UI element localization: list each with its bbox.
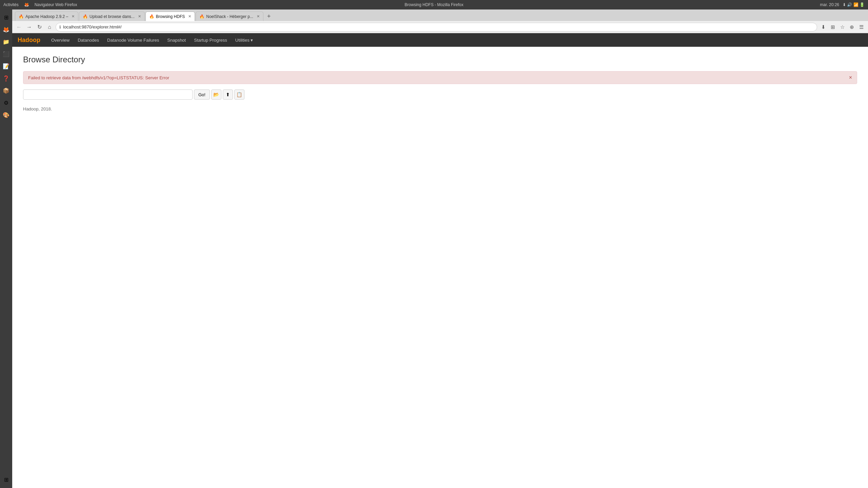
tab-close-2[interactable]: ✕: [138, 14, 141, 19]
hadoop-brand: Hadoop: [18, 37, 40, 44]
nav-datanode-volume-failures[interactable]: Datanode Volume Failures: [103, 33, 163, 47]
hadoop-navbar: Hadoop Overview Datanodes Datanode Volum…: [12, 33, 868, 47]
tabbar: 🔥 Apache Hadoop 2.9.2 – ✕ 🔥 Upload et br…: [12, 9, 868, 21]
firefox-icon: 🦊: [24, 2, 29, 7]
os-topbar-right: mar. 20:26 ⬇ 🔊 📶 🔋: [820, 2, 865, 7]
sidebar-text-editor-icon[interactable]: 📝: [1, 61, 11, 71]
download-button[interactable]: ⬇: [819, 23, 827, 31]
tab-favicon-1: 🔥: [19, 14, 23, 19]
nav-snapshot[interactable]: Snapshot: [163, 33, 190, 47]
tab-apache-hadoop[interactable]: 🔥 Apache Hadoop 2.9.2 – ✕: [15, 12, 78, 21]
sidebar-activities-icon[interactable]: ⊞: [1, 12, 11, 22]
page-content: Browse Directory Failed to retrieve data…: [12, 47, 868, 488]
sidebar-settings-icon[interactable]: ⚙: [1, 98, 11, 108]
sidebar-grid-icon[interactable]: ⊞: [1, 474, 11, 485]
tab-close-1[interactable]: ✕: [72, 14, 75, 19]
tab-favicon-2: 🔥: [83, 14, 87, 19]
nav-startup-progress[interactable]: Startup Progress: [190, 33, 231, 47]
error-alert: Failed to retrieve data from /webhdfs/v1…: [23, 71, 857, 84]
navbar: ← → ↻ ⌂ ℹ localhost:9870/explorer.html#/…: [12, 21, 868, 33]
os-topbar-left: Activités 🦊 Navigateur Web Firefox: [3, 2, 77, 7]
tab-close-4[interactable]: ✕: [257, 14, 260, 19]
menu-button[interactable]: ☰: [857, 23, 865, 31]
activities-label[interactable]: Activités: [3, 2, 19, 7]
reload-button[interactable]: ↻: [35, 23, 43, 31]
directory-input[interactable]: [23, 89, 193, 100]
tab-label-4: NoelShack - Héberger p...: [206, 14, 253, 19]
tab-close-3[interactable]: ✕: [188, 14, 191, 19]
tab-browsing-hdfs[interactable]: 🔥 Browsing HDFS ✕: [145, 12, 195, 21]
browser-window: 🔥 Apache Hadoop 2.9.2 – ✕ 🔥 Upload et br…: [12, 9, 868, 488]
alert-message: Failed to retrieve data from /webhdfs/v1…: [28, 75, 169, 80]
tab-noelshack[interactable]: 🔥 NoelShack - Héberger p... ✕: [196, 12, 263, 21]
up-directory-button[interactable]: ⬆: [223, 89, 233, 100]
address-bar[interactable]: ℹ localhost:9870/explorer.html#/: [56, 23, 817, 32]
nav-datanodes[interactable]: Datanodes: [74, 33, 103, 47]
nav-overview[interactable]: Overview: [47, 33, 74, 47]
forward-button[interactable]: →: [25, 23, 33, 31]
navbar-right: ⬇ ⊞ ☆ ⊕ ☰: [819, 23, 865, 31]
tab-favicon-4: 🔥: [199, 14, 204, 19]
sidebar-firefox-icon[interactable]: 🦊: [1, 24, 11, 35]
sidebar-files-icon[interactable]: 📁: [1, 37, 11, 47]
create-directory-button[interactable]: 📋: [234, 89, 244, 100]
zoom-button[interactable]: ⊕: [848, 23, 856, 31]
tab-label-1: Apache Hadoop 2.9.2 –: [25, 14, 68, 19]
bookmark-button[interactable]: ☆: [838, 23, 846, 31]
sidebar-toggle-button[interactable]: ⊞: [829, 23, 837, 31]
alert-close-button[interactable]: ×: [849, 75, 852, 80]
lock-icon: ℹ: [59, 25, 61, 29]
directory-input-row: Go! 📂 ⬆ 📋: [23, 89, 857, 100]
os-topbar: Activités 🦊 Navigateur Web Firefox Brows…: [0, 0, 868, 9]
page-title: Browse Directory: [23, 55, 857, 64]
nav-utilities[interactable]: Utilities ▾: [231, 33, 257, 47]
tab-upload[interactable]: 🔥 Upload et browse dans... ✕: [79, 12, 145, 21]
back-button[interactable]: ←: [15, 23, 23, 31]
sidebar-paint-icon[interactable]: 🎨: [1, 110, 11, 120]
go-button[interactable]: Go!: [194, 89, 210, 100]
sidebar-terminal-icon[interactable]: ⬛: [1, 49, 11, 59]
sidebar-amazon-icon[interactable]: 📦: [1, 85, 11, 96]
new-tab-button[interactable]: +: [264, 12, 274, 21]
window-title-label: Browsing HDFS - Mozilla Firefox: [405, 2, 463, 7]
app-name-label: Navigateur Web Firefox: [35, 2, 77, 7]
sidebar-help-icon[interactable]: ❓: [1, 73, 11, 83]
tab-label-2: Upload et browse dans...: [90, 14, 135, 19]
address-text: localhost:9870/explorer.html#/: [63, 24, 813, 29]
folder-icon-button[interactable]: 📂: [211, 89, 221, 100]
home-button[interactable]: ⌂: [45, 23, 54, 31]
page-footer: Hadoop, 2018.: [23, 106, 857, 111]
utilities-dropdown-label: Utilities ▾: [235, 38, 253, 43]
datetime-label: mar. 20:26: [820, 2, 839, 7]
tab-label-3: Browsing HDFS: [156, 14, 185, 19]
tab-favicon-3: 🔥: [149, 14, 154, 19]
os-sidebar: ⊞ 🦊 📁 ⬛ 📝 ❓ 📦 ⚙ 🎨 ⊞: [0, 9, 12, 488]
system-tray-icons: ⬇ 🔊 📶 🔋: [843, 2, 865, 7]
